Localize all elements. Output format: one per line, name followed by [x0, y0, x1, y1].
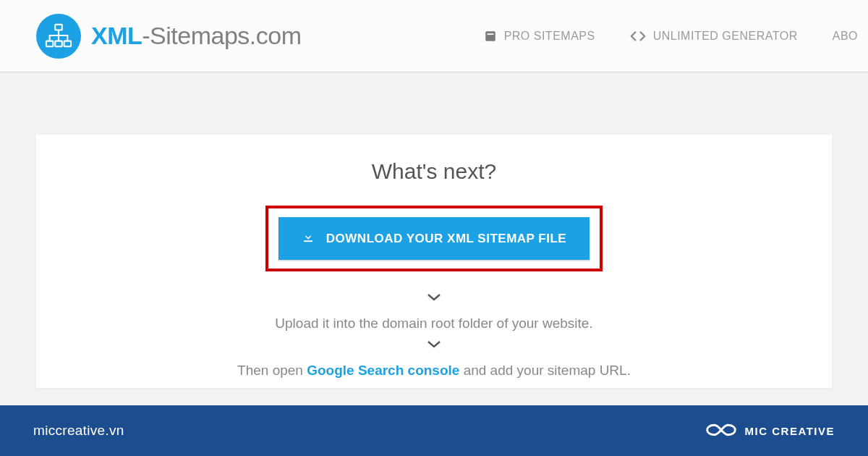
nav-about[interactable]: ABO [833, 30, 858, 43]
step-console-text: Then open Google Search console and add … [36, 363, 832, 379]
sitemap-icon [36, 14, 81, 59]
code-icon [630, 30, 646, 42]
logo-text: XML-Sitemaps.com [91, 22, 302, 50]
card-heading: What's next? [36, 159, 832, 184]
google-search-console-link[interactable]: Google Search console [307, 363, 459, 378]
box-icon [484, 30, 497, 43]
nav-label: UNLIMITED GENERATOR [653, 30, 798, 43]
download-button-label: DOWNLOAD YOUR XML SITEMAP FILE [326, 232, 566, 246]
footer-brand-text: MIC CREATIVE [745, 425, 835, 437]
step-upload-text: Upload it into the domain root folder of… [36, 316, 832, 332]
svg-rect-5 [487, 33, 493, 35]
footer-brand: MIC CREATIVE [706, 421, 835, 441]
footer-bar: miccreative.vn MIC CREATIVE [0, 405, 868, 456]
svg-rect-3 [64, 41, 72, 46]
nav-links: PRO SITEMAPS UNLIMITED GENERATOR ABO [484, 30, 868, 43]
whats-next-card: What's next? DOWNLOAD YOUR XML SITEMAP F… [36, 135, 832, 388]
svg-rect-1 [46, 41, 54, 46]
svg-rect-4 [485, 31, 495, 41]
site-logo[interactable]: XML-Sitemaps.com [36, 14, 302, 59]
step2-prefix: Then open [237, 363, 307, 378]
nav-unlimited-generator[interactable]: UNLIMITED GENERATOR [630, 30, 798, 43]
download-highlight-box: DOWNLOAD YOUR XML SITEMAP FILE [265, 206, 603, 271]
download-icon [302, 230, 315, 247]
chevron-down-icon [36, 337, 832, 352]
svg-rect-2 [55, 41, 62, 46]
svg-rect-0 [55, 24, 62, 30]
download-sitemap-button[interactable]: DOWNLOAD YOUR XML SITEMAP FILE [278, 217, 590, 260]
nav-label: ABO [833, 30, 858, 43]
infinity-icon [706, 421, 736, 441]
chevron-down-icon [36, 290, 832, 305]
nav-pro-sitemaps[interactable]: PRO SITEMAPS [484, 30, 595, 43]
step2-suffix: and add your sitemap URL. [459, 363, 631, 378]
svg-rect-6 [304, 240, 312, 242]
footer-domain: miccreative.vn [33, 423, 124, 439]
top-navbar: XML-Sitemaps.com PRO SITEMAPS UNLIMITED … [0, 0, 868, 72]
page-body: What's next? DOWNLOAD YOUR XML SITEMAP F… [0, 72, 868, 405]
nav-label: PRO SITEMAPS [504, 30, 595, 43]
